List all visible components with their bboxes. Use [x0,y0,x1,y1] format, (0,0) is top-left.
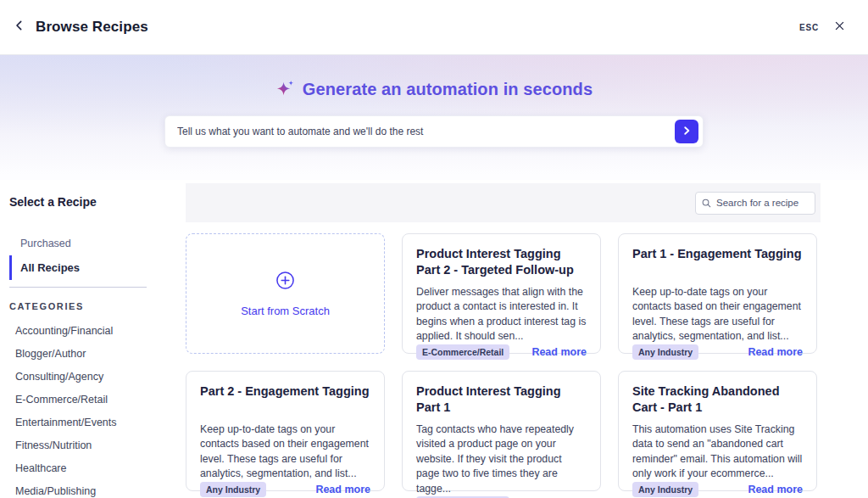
search-icon [701,198,712,209]
category-item-blogger-author[interactable]: Blogger/Author [9,342,186,365]
category-item-media-publishing[interactable]: Media/Publishing [9,479,186,498]
sidebar-divider [9,287,147,288]
recipe-search-box [695,192,815,215]
recipe-search-input[interactable] [716,198,810,208]
recipe-nav: Purchased All Recipes [9,232,186,280]
recipe-card[interactable]: Product Interest Tagging Part 1 Tag cont… [402,371,601,491]
generate-submit-button[interactable] [675,120,698,143]
start-from-scratch-card[interactable]: Start from Scratch [186,233,385,354]
recipe-card-description: Tag contacts who have repeatedly visited… [416,422,587,496]
recipe-card[interactable]: Site Tracking Abandoned Cart - Part 1 Th… [618,371,817,491]
recipe-sidebar: Select a Recipe Purchased All Recipes CA… [0,183,186,498]
automation-prompt-input[interactable] [177,126,675,137]
recipe-card-title: Part 2 - Engagement Tagging [200,383,370,417]
industry-badge: Any Industry [632,482,698,497]
recipe-toolbar [186,183,821,222]
recipe-card[interactable]: Part 1 - Engagement Tagging Keep up-to-d… [618,233,817,354]
send-arrow-icon [681,125,693,139]
recipe-card-title: Site Tracking Abandoned Cart - Part 1 [632,383,803,417]
category-item-healthcare[interactable]: Healthcare [9,456,186,479]
plus-circle-icon [275,271,295,294]
category-item-accounting-financial[interactable]: Accounting/Financial [9,319,186,342]
industry-badge: Any Industry [200,482,266,497]
banner-title: Generate an automation in seconds [303,80,593,99]
recipe-card[interactable]: Part 2 - Engagement Tagging Keep up-to-d… [186,371,385,491]
recipe-card-title: Part 1 - Engagement Tagging [632,246,803,280]
recipe-cards-grid: Start from Scratch Product Interest Tagg… [186,233,821,491]
back-button[interactable] [8,16,31,38]
recipe-card-title: Product Interest Tagging Part 1 [416,383,587,417]
automation-prompt-bar [164,115,704,148]
sidebar-heading: Select a Recipe [9,195,186,209]
esc-hint: ESC [799,23,819,32]
sidebar-item-all-recipes[interactable]: All Recipes [9,255,186,280]
industry-badge: Any Industry [632,344,698,360]
read-more-link[interactable]: Read more [531,346,587,358]
close-button[interactable] [831,19,848,36]
category-item-consulting-agency[interactable]: Consulting/Agency [9,365,186,388]
recipe-card-description: Keep up-to-date tags on your contacts ba… [200,422,370,482]
start-from-scratch-label: Start from Scratch [241,305,330,317]
ai-generate-banner: Generate an automation in seconds [0,55,868,180]
recipe-card-description: This automation uses Site Tracking data … [632,422,803,482]
page-title: Browse Recipes [36,19,148,36]
read-more-link[interactable]: Read more [748,484,803,495]
recipe-card-description: Keep up-to-date tags on your contacts ba… [632,285,803,344]
recipe-content: Start from Scratch Product Interest Tagg… [186,183,821,498]
close-icon [833,20,846,36]
modal-header: Browse Recipes ESC [0,0,868,55]
chevron-left-icon [13,19,26,36]
categories-heading: CATEGORIES [9,301,186,311]
read-more-link[interactable]: Read more [315,484,370,495]
category-item-ecommerce-retail[interactable]: E-Commerce/Retail [9,388,186,411]
recipe-card-description: Deliver messages that align with the pro… [416,285,587,344]
recipe-card-title: Product Interest Tagging Part 2 - Target… [416,246,587,280]
sidebar-item-purchased[interactable]: Purchased [9,232,186,255]
read-more-link[interactable]: Read more [748,346,803,358]
category-list: Accounting/Financial Blogger/Author Cons… [9,319,186,498]
category-item-fitness-nutrition[interactable]: Fitness/Nutrition [9,434,186,456]
sparkle-icon [275,78,295,101]
industry-badge: E-Commerce/Retail [416,344,509,360]
recipe-card[interactable]: Product Interest Tagging Part 2 - Target… [402,233,601,354]
category-item-entertainment-events[interactable]: Entertainment/Events [9,411,186,434]
